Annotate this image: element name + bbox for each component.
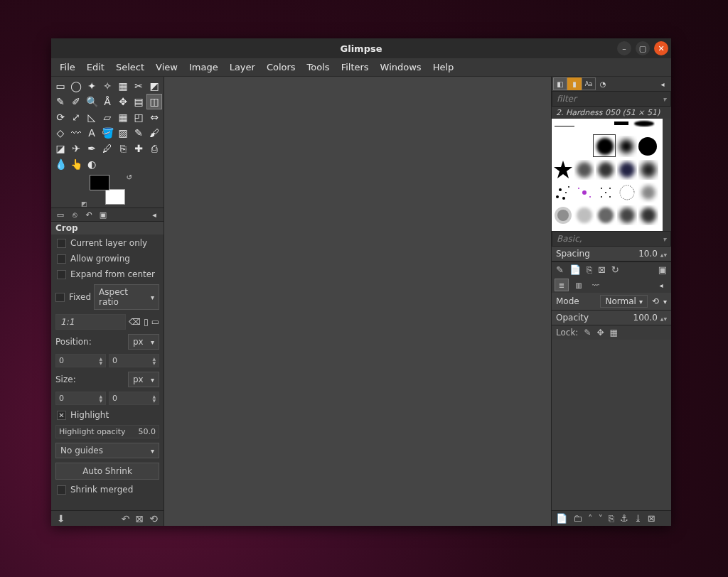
- pencil-tool[interactable]: ✎: [131, 125, 146, 141]
- guides-select[interactable]: No guides▾: [55, 443, 159, 458]
- ellipse-select-tool[interactable]: ◯: [68, 78, 84, 94]
- device-status-tab[interactable]: ⎋: [68, 209, 81, 220]
- brush-scrollbar[interactable]: [663, 119, 671, 231]
- delete-brush-icon[interactable]: ⊠: [598, 264, 606, 275]
- perspective-clone-tool[interactable]: ⎙: [146, 141, 162, 156]
- anchor-layer-icon[interactable]: ⚓: [620, 513, 628, 524]
- fixed-mode-select[interactable]: Aspect ratio▾: [94, 284, 159, 310]
- reset-preset-icon[interactable]: ⟲: [149, 513, 158, 524]
- paths-tool[interactable]: ✎: [53, 94, 68, 109]
- eraser-tool[interactable]: ◪: [53, 141, 68, 156]
- restore-preset-icon[interactable]: ↶: [122, 513, 130, 524]
- by-color-select-tool[interactable]: ▦: [115, 78, 131, 94]
- move-tool[interactable]: ✥: [115, 94, 131, 109]
- menu-file[interactable]: File: [54, 59, 81, 75]
- size-w-field[interactable]: 0▲▼: [55, 392, 106, 405]
- menu-layer[interactable]: Layer: [224, 59, 261, 75]
- edit-brush-icon[interactable]: ✎: [556, 264, 564, 275]
- ink-tool[interactable]: ✒: [84, 141, 100, 156]
- refresh-brush-icon[interactable]: ↻: [611, 264, 619, 275]
- minimize-button[interactable]: –: [617, 41, 631, 55]
- document-history-tab[interactable]: ◔: [596, 77, 610, 90]
- auto-shrink-button[interactable]: Auto Shrink: [55, 463, 159, 480]
- delete-preset-icon[interactable]: ⊠: [136, 513, 144, 524]
- menu-image[interactable]: Image: [183, 59, 224, 75]
- menu-windows[interactable]: Windows: [375, 59, 427, 75]
- paths-tab[interactable]: 〰: [589, 279, 603, 291]
- duplicate-brush-icon[interactable]: ⎘: [587, 264, 592, 275]
- dock-menu-icon[interactable]: ◂: [655, 77, 670, 90]
- expand-from-center-checkbox[interactable]: Expand from center: [51, 267, 164, 281]
- reset-colors-icon[interactable]: ◩: [81, 200, 87, 207]
- brush-grid[interactable]: [552, 119, 671, 231]
- menu-colors[interactable]: Colors: [261, 59, 301, 75]
- landscape-icon[interactable]: ▭: [151, 317, 159, 327]
- position-y-field[interactable]: 0▲▼: [109, 354, 159, 367]
- layer-list[interactable]: [552, 340, 671, 510]
- text-tool[interactable]: A: [84, 125, 100, 141]
- menu-view[interactable]: View: [150, 59, 183, 75]
- dock-menu-icon[interactable]: ◂: [654, 279, 668, 291]
- layer-opacity-row[interactable]: Opacity 100.0 ▲▼: [552, 311, 671, 325]
- mypaint-tool[interactable]: 🖊: [100, 141, 115, 156]
- maximize-button[interactable]: ▢: [636, 41, 650, 55]
- color-swatch[interactable]: ◩ ↺: [90, 175, 125, 205]
- mode-reset-icon[interactable]: ⟲: [652, 296, 659, 306]
- shrink-merged-checkbox[interactable]: Shrink merged: [51, 482, 164, 497]
- new-group-icon[interactable]: 🗀: [573, 513, 582, 524]
- shear-tool[interactable]: ◺: [84, 109, 100, 125]
- fg-color[interactable]: [90, 175, 109, 190]
- cage-tool[interactable]: ◇: [53, 125, 68, 141]
- patterns-tab[interactable]: ▮: [567, 77, 582, 90]
- menu-tools[interactable]: Tools: [301, 59, 336, 75]
- menu-edit[interactable]: Edit: [81, 59, 110, 75]
- foreground-select-tool[interactable]: ◩: [146, 78, 162, 94]
- measure-tool[interactable]: Å: [100, 94, 115, 109]
- size-h-field[interactable]: 0▲▼: [109, 392, 159, 405]
- lower-layer-icon[interactable]: ˅: [599, 513, 604, 524]
- close-button[interactable]: ✕: [654, 41, 668, 55]
- portrait-icon[interactable]: ▯: [144, 317, 149, 327]
- heal-tool[interactable]: ✚: [131, 141, 146, 156]
- menu-select[interactable]: Select: [110, 59, 150, 75]
- brush-spacing-field[interactable]: Spacing 10.0 ▲▼: [552, 247, 671, 261]
- merge-down-icon[interactable]: ⤓: [634, 513, 642, 524]
- zoom-tool[interactable]: 🔍: [84, 94, 100, 109]
- align-tool[interactable]: ▤: [131, 94, 146, 109]
- ratio-field[interactable]: 1:1: [55, 314, 126, 330]
- layer-mode-select[interactable]: Normal▾: [600, 295, 647, 308]
- tool-options-tab[interactable]: ▭: [54, 209, 67, 220]
- dock-menu-icon[interactable]: ◂: [148, 209, 161, 220]
- scissors-tool[interactable]: ✂: [131, 78, 146, 94]
- perspective-tool[interactable]: ▱: [100, 109, 115, 125]
- paintbrush-tool[interactable]: 🖌: [146, 125, 162, 141]
- scale-tool[interactable]: ⤢: [68, 109, 84, 125]
- smudge-tool[interactable]: 👆: [68, 156, 84, 172]
- unified-transform-tool[interactable]: ▦: [115, 109, 131, 125]
- channels-tab[interactable]: ▥: [572, 279, 586, 291]
- dodge-tool[interactable]: ◐: [84, 156, 100, 172]
- fuzzy-select-tool[interactable]: ✧: [100, 78, 115, 94]
- images-tab[interactable]: ▣: [97, 209, 109, 220]
- titlebar[interactable]: Glimpse – ▢ ✕: [51, 38, 671, 58]
- flip-tool[interactable]: ⇔: [146, 109, 162, 125]
- save-preset-icon[interactable]: ⬇: [57, 513, 65, 524]
- allow-growing-checkbox[interactable]: Allow growing: [51, 252, 164, 266]
- warp-tool[interactable]: 〰: [68, 125, 84, 141]
- airbrush-tool[interactable]: ✈: [68, 141, 84, 156]
- new-layer-icon[interactable]: 📄: [556, 513, 567, 524]
- blur-tool[interactable]: 💧: [53, 156, 68, 172]
- lock-pixels-icon[interactable]: ✎: [584, 328, 591, 338]
- bg-color[interactable]: [105, 189, 125, 205]
- gradient-tool[interactable]: ▨: [115, 125, 131, 141]
- crop-tool[interactable]: ◫: [146, 94, 162, 109]
- brush-filter-input[interactable]: filter▾: [552, 91, 671, 107]
- brush-preset-select[interactable]: Basic,▾: [552, 231, 671, 247]
- open-as-image-icon[interactable]: ▣: [658, 264, 667, 275]
- rect-select-tool[interactable]: ▭: [53, 78, 68, 94]
- highlight-opacity-field[interactable]: Highlight opacity 50.0: [55, 425, 159, 438]
- new-brush-icon[interactable]: 📄: [569, 264, 581, 275]
- position-x-field[interactable]: 0▲▼: [55, 354, 106, 367]
- lock-alpha-icon[interactable]: ▦: [610, 328, 618, 338]
- position-unit-select[interactable]: px▾: [128, 334, 159, 350]
